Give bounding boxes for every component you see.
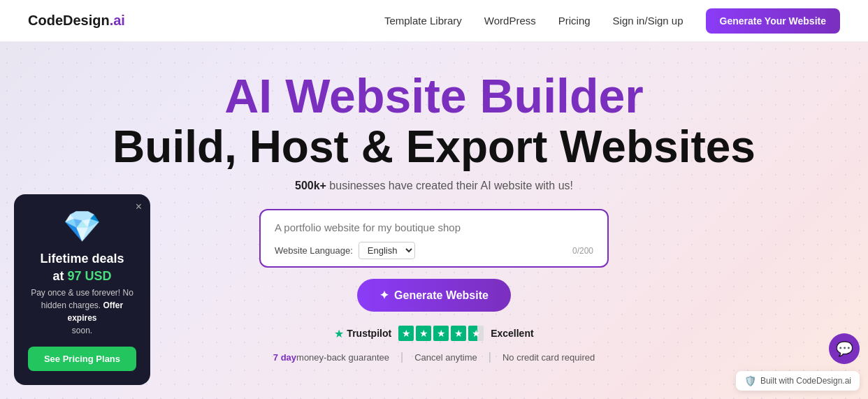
chat-button[interactable]: 💬 [829, 333, 860, 364]
popup-desc-line2: hidden charges. [41, 300, 101, 310]
hero-subtitle-rest: businesses have created their AI website… [326, 180, 573, 191]
star-1: ★ [398, 326, 414, 341]
popup-description: Pay once & use forever! No hidden charge… [28, 286, 136, 337]
popup-price-prefix: at [52, 269, 67, 283]
generate-website-button[interactable]: ✦ Generate Website [357, 279, 511, 312]
guarantee-days: 7 day [273, 352, 296, 363]
trustpilot-stars: ★ ★ ★ ★ ★ [398, 326, 484, 341]
nav-wordpress[interactable]: WordPress [484, 15, 536, 27]
logo[interactable]: CodeDesign.ai [28, 13, 125, 29]
chat-icon: 💬 [836, 340, 853, 357]
popup-desc-line1: Pay once & use forever! No [31, 288, 133, 298]
nav-generate-button[interactable]: Generate Your Website [706, 8, 841, 34]
guarantee-moneyback-text: money-back guarantee [296, 352, 389, 363]
guarantee-row: 7 day money-back guarantee | Cancel anyt… [273, 351, 595, 363]
language-label: Website Language: [275, 245, 353, 256]
trustpilot-text: Trustpilot [347, 328, 391, 339]
star-4: ★ [451, 326, 466, 341]
divider-1: | [400, 351, 403, 363]
language-row: Website Language: English [275, 242, 415, 259]
star-2: ★ [416, 326, 431, 341]
website-prompt-box: Website Language: English 0/200 [259, 209, 609, 268]
input-footer: Website Language: English 0/200 [275, 242, 593, 259]
language-select[interactable]: English [359, 242, 415, 259]
popup-gem-icon: 💎 [28, 208, 136, 245]
popup-title-text: Lifetime deals [40, 252, 124, 266]
char-count: 0/200 [572, 246, 593, 256]
nav-signin[interactable]: Sign in/Sign up [613, 15, 683, 27]
see-pricing-plans-button[interactable]: See Pricing Plans [28, 347, 136, 371]
guarantee-moneyback: 7 day money-back guarantee [273, 352, 389, 363]
nav-links: Template Library WordPress Pricing Sign … [384, 8, 840, 34]
star-3: ★ [433, 326, 449, 341]
star-half: ★ [468, 326, 484, 341]
lifetime-deal-popup: × 💎 Lifetime deals at 97 USD Pay once & … [14, 194, 150, 385]
website-prompt-input[interactable] [275, 222, 593, 233]
hero-subtitle: 500k+ businesses have created their AI w… [295, 180, 573, 192]
popup-title: Lifetime deals [28, 252, 136, 266]
divider-2: | [489, 351, 491, 363]
built-badge: 🛡️ Built with CodeDesign.ai [736, 371, 860, 391]
sparkle-icon: ✦ [379, 289, 389, 302]
hero-subtitle-bold: 500k+ [295, 180, 326, 191]
popup-price-row: at 97 USD [28, 269, 136, 284]
trustpilot-star-logo: ★ [334, 327, 344, 340]
popup-desc-line3: soon. [72, 326, 92, 335]
generate-btn-label: Generate Website [394, 289, 489, 302]
nav-pricing[interactable]: Pricing [558, 15, 591, 27]
hero-title-black: Build, Host & Export Websites [113, 122, 755, 171]
trustpilot-logo: ★ Trustpilot [334, 327, 391, 340]
hero-title-purple: AI Website Builder [224, 70, 644, 122]
built-badge-icon: 🛡️ [744, 375, 756, 386]
guarantee-no-cc: No credit card required [502, 352, 595, 363]
trustpilot-excellent: Excellent [491, 328, 533, 339]
built-badge-text: Built with CodeDesign.ai [760, 376, 851, 386]
navbar: CodeDesign.ai Template Library WordPress… [0, 0, 868, 42]
nav-template-library[interactable]: Template Library [384, 15, 462, 27]
popup-price: 97 USD [67, 269, 111, 283]
logo-text: CodeDesign [28, 13, 110, 28]
trustpilot-row: ★ Trustpilot ★ ★ ★ ★ ★ Excellent [334, 326, 533, 341]
popup-close-button[interactable]: × [136, 201, 142, 212]
logo-suffix: .ai [110, 13, 125, 28]
guarantee-cancel: Cancel anytime [414, 352, 477, 363]
